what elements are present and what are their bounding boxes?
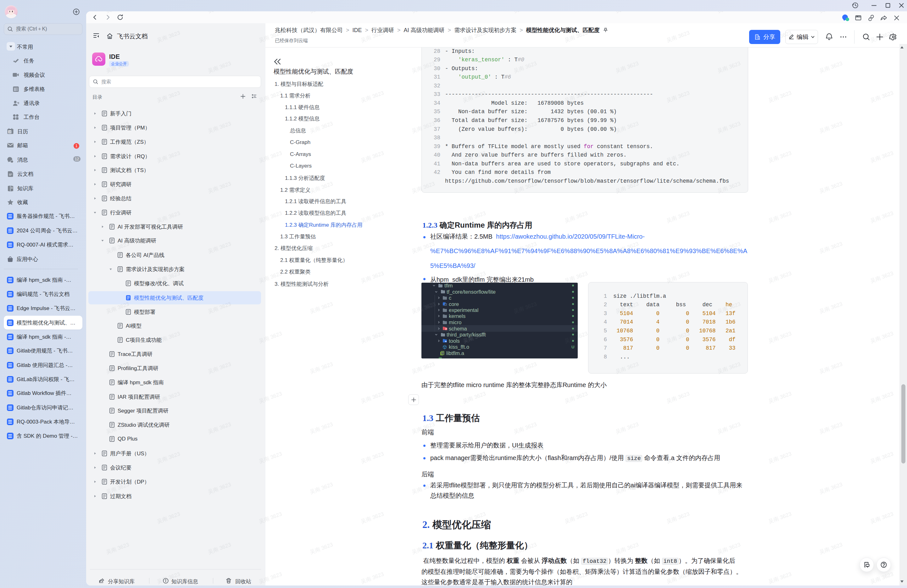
svg-text:10: 10	[8, 130, 11, 133]
